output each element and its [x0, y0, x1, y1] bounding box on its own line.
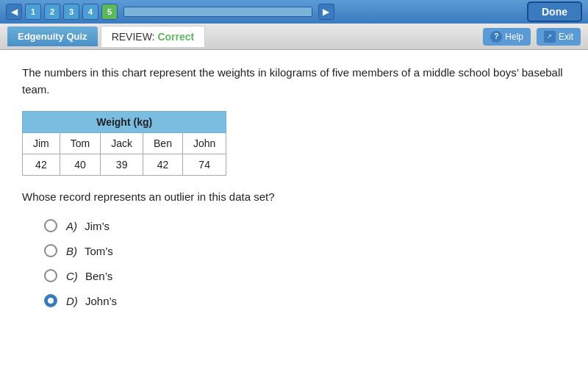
edgenuity-quiz-label: Edgenuity Quiz — [7, 26, 98, 46]
value-jack: 39 — [101, 154, 143, 176]
tab-5[interactable]: 5 — [101, 4, 118, 20]
progress-bar — [123, 7, 312, 17]
exit-label: Exit — [559, 32, 573, 42]
radio-c[interactable] — [44, 269, 57, 282]
value-ben: 42 — [143, 154, 183, 176]
radio-b[interactable] — [44, 244, 57, 257]
review-status: Correct — [157, 31, 194, 43]
name-jim: Jim — [23, 133, 60, 154]
weight-table: Weight (kg) Jim Tom Jack Ben John 42 40 … — [22, 111, 226, 176]
help-label: Help — [505, 32, 523, 42]
name-tom: Tom — [60, 133, 100, 154]
answer-text-d: John’s — [85, 295, 117, 307]
table-name-row: Jim Tom Jack Ben John — [23, 133, 226, 154]
answer-option-a[interactable]: A) Jim’s — [44, 219, 566, 232]
review-label: REVIEW: Correct — [101, 26, 206, 47]
tab-3[interactable]: 3 — [63, 4, 79, 20]
tab-2[interactable]: 2 — [44, 4, 60, 20]
answer-label-b: B) Tom’s — [66, 245, 113, 257]
value-tom: 40 — [60, 154, 100, 176]
name-john: John — [182, 133, 226, 154]
answer-letter-d: D) — [66, 295, 78, 307]
header-bar: Edgenuity Quiz REVIEW: Correct ? Help ↗ … — [0, 24, 588, 50]
nav-back-arrow[interactable]: ◀ — [6, 4, 22, 20]
answer-label-d: D) John’s — [66, 295, 117, 307]
answer-option-b[interactable]: B) Tom’s — [44, 244, 566, 257]
tab-1[interactable]: 1 — [25, 4, 41, 20]
question-text: The numbers in this chart represent the … — [22, 65, 566, 98]
outlier-question: Whose record represents an outlier in th… — [22, 190, 566, 203]
name-ben: Ben — [143, 133, 183, 154]
answer-option-c[interactable]: C) Ben’s — [44, 269, 566, 282]
answer-label-a: A) Jim’s — [66, 220, 110, 232]
answer-option-d[interactable]: D) John’s — [44, 294, 566, 307]
help-icon: ? — [490, 31, 502, 43]
answer-letter-a: A) — [66, 220, 77, 232]
answer-label-c: C) Ben’s — [66, 270, 112, 282]
content-area: The numbers in this chart represent the … — [0, 50, 588, 383]
answer-text-a: Jim’s — [85, 220, 110, 232]
help-button[interactable]: ? Help — [483, 28, 531, 46]
table-header: Weight (kg) — [23, 112, 226, 133]
review-text: REVIEW: — [112, 31, 158, 43]
table-value-row: 42 40 39 42 74 — [23, 154, 226, 176]
answer-letter-c: C) — [66, 270, 78, 282]
nav-forward-arrow[interactable]: ▶ — [318, 4, 334, 20]
name-jack: Jack — [101, 133, 143, 154]
value-john: 74 — [182, 154, 226, 176]
top-bar: ◀ 1 2 3 4 5 ▶ Done — [0, 0, 588, 24]
radio-d[interactable] — [44, 294, 57, 307]
answer-text-b: Tom’s — [85, 245, 113, 257]
value-jim: 42 — [23, 154, 60, 176]
answer-letter-b: B) — [66, 245, 77, 257]
exit-icon: ↗ — [544, 31, 556, 43]
exit-button[interactable]: ↗ Exit — [537, 28, 581, 46]
answer-text-c: Ben’s — [85, 270, 112, 282]
radio-a[interactable] — [44, 219, 57, 232]
answer-choices: A) Jim’s B) Tom’s C) Ben’s D) John’s — [22, 219, 566, 307]
tab-4[interactable]: 4 — [82, 4, 98, 20]
done-button[interactable]: Done — [527, 1, 582, 22]
